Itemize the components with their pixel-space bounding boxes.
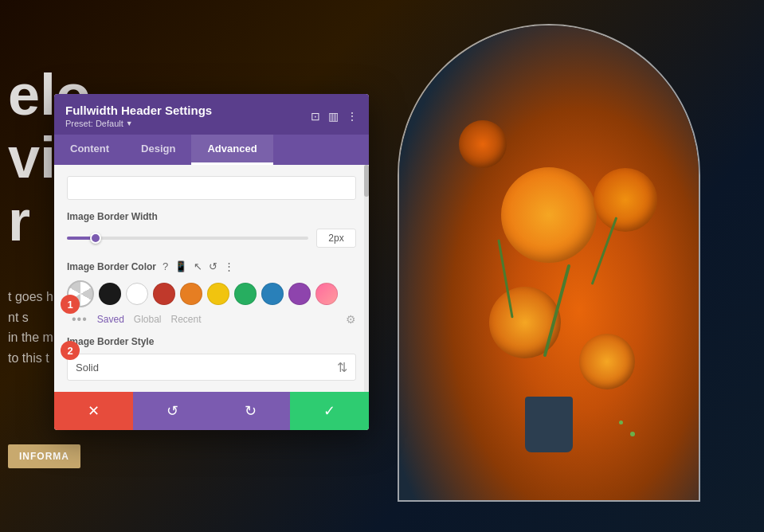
select-text: Solid xyxy=(76,362,337,374)
more-options-icon[interactable]: ⋮ xyxy=(347,110,358,123)
preset-arrow-icon: ▼ xyxy=(126,119,133,127)
cancel-icon: ✕ xyxy=(88,402,100,420)
tab-advanced-label: Advanced xyxy=(207,143,257,155)
swatch-red[interactable] xyxy=(153,283,175,305)
panel-content: Image Border Width 2px Image Border Colo… xyxy=(54,165,369,392)
inform-button[interactable]: INFORMA xyxy=(8,444,80,468)
swatch-black[interactable] xyxy=(99,283,121,305)
step-badge-2: 2 xyxy=(61,341,80,360)
swatch-yellow[interactable] xyxy=(207,283,229,305)
seed-1 xyxy=(630,432,635,436)
cancel-button[interactable]: ✕ xyxy=(54,392,133,430)
scrollbar-thumb xyxy=(364,165,369,197)
undo-button[interactable]: ↺ xyxy=(133,392,212,430)
panel-content-wrapper: Image Border Width 2px Image Border Colo… xyxy=(54,165,369,392)
swatch-purple[interactable] xyxy=(288,283,311,305)
border-style-section: Image Border Style Solid ⇅ xyxy=(67,336,356,381)
tab-design-label: Design xyxy=(141,143,175,155)
slider-row: 2px xyxy=(67,229,356,248)
panel-toolbar: ✕ ↺ ↻ ✓ xyxy=(54,392,369,430)
color-tab-saved[interactable]: Saved xyxy=(97,314,124,325)
panel-title: Fullwidth Header Settings xyxy=(65,104,311,117)
flower-right xyxy=(594,168,657,232)
tab-content[interactable]: Content xyxy=(54,135,125,165)
color-tab-recent[interactable]: Recent xyxy=(171,314,202,325)
panel-scrollbar[interactable] xyxy=(364,165,369,392)
undo-icon: ↺ xyxy=(167,402,178,420)
color-tab-global[interactable]: Global xyxy=(134,314,162,325)
more-color-icon[interactable]: ⋮ xyxy=(224,260,234,272)
border-style-label: Image Border Style xyxy=(67,336,356,347)
panel-title-group: Fullwidth Header Settings Preset: Defaul… xyxy=(65,104,311,128)
flower-background xyxy=(399,25,699,500)
panel-header-icons: ⊡ ▥ ⋮ xyxy=(311,110,358,123)
swatch-green[interactable] xyxy=(234,283,257,305)
color-settings-icon[interactable]: ⚙ xyxy=(346,313,356,326)
color-section-header: Image Border Color ? 📱 ↖ ↺ ⋮ xyxy=(67,260,356,272)
slider-track[interactable] xyxy=(67,237,308,240)
flower-left xyxy=(489,287,561,358)
panel-header: Fullwidth Header Settings Preset: Defaul… xyxy=(54,94,369,135)
slider-value[interactable]: 2px xyxy=(316,229,356,248)
step-badge-1: 1 xyxy=(61,295,80,314)
swatch-pink[interactable] xyxy=(315,283,338,305)
dots-menu-icon[interactable]: ••• xyxy=(72,312,88,327)
settings-panel: Fullwidth Header Settings Preset: Defaul… xyxy=(54,94,369,430)
vase xyxy=(525,397,573,452)
preset-label: Preset: Default xyxy=(65,119,123,128)
slider-thumb[interactable] xyxy=(90,233,101,244)
reset-icon[interactable]: ↺ xyxy=(209,260,217,272)
flower-top-left xyxy=(459,120,507,168)
help-icon[interactable]: ? xyxy=(163,260,168,272)
flower-image xyxy=(398,24,700,502)
color-tabs-row: ••• Saved Global Recent ⚙ xyxy=(67,312,356,327)
color-swatches xyxy=(67,280,356,307)
redo-button[interactable]: ↻ xyxy=(212,392,291,430)
flower-bottom-right xyxy=(579,334,635,389)
border-style-select[interactable]: Solid ⇅ xyxy=(67,354,356,381)
redo-icon: ↻ xyxy=(245,402,257,420)
columns-icon[interactable]: ▥ xyxy=(328,110,339,123)
border-color-label: Image Border Color xyxy=(67,261,156,272)
confirm-icon: ✓ xyxy=(323,402,335,420)
step-2-label: 2 xyxy=(67,345,72,357)
swatch-orange[interactable] xyxy=(180,283,202,305)
border-width-label: Image Border Width xyxy=(67,211,356,222)
background-body-text: t goes h nt s in the m to this t xyxy=(0,287,53,368)
tab-design[interactable]: Design xyxy=(125,135,191,165)
select-arrow-icon: ⇅ xyxy=(337,360,347,375)
step-1-label: 1 xyxy=(67,299,72,311)
panel-preset[interactable]: Preset: Default ▼ xyxy=(65,119,311,128)
swatch-white[interactable] xyxy=(126,283,148,305)
swatch-blue[interactable] xyxy=(261,283,284,305)
mobile-icon[interactable]: 📱 xyxy=(174,260,187,272)
cursor-icon[interactable]: ↖ xyxy=(194,260,202,272)
tab-advanced[interactable]: Advanced xyxy=(191,135,272,165)
flower-main xyxy=(501,167,597,263)
tab-content-label: Content xyxy=(70,143,109,155)
confirm-button[interactable]: ✓ xyxy=(290,392,369,430)
filter-bar[interactable] xyxy=(67,176,356,200)
panel-tabs: Content Design Advanced xyxy=(54,135,369,165)
expand-icon[interactable]: ⊡ xyxy=(311,110,320,123)
seed-2 xyxy=(619,421,623,424)
